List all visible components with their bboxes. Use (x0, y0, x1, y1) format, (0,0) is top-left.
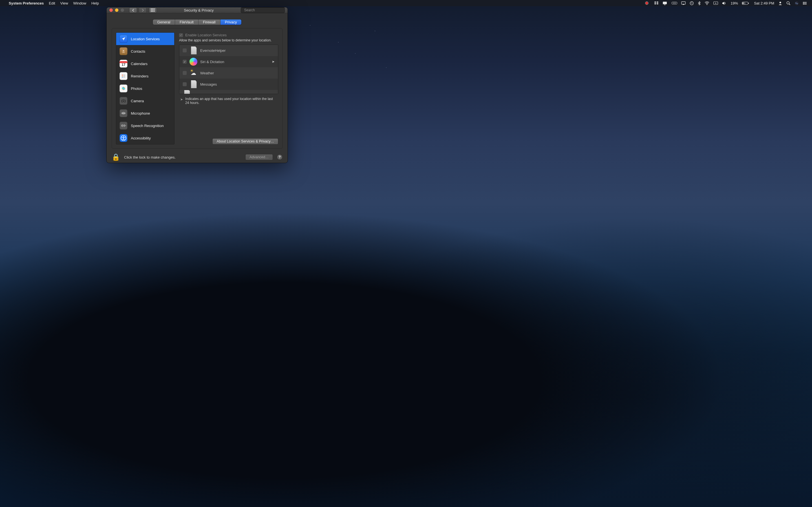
menu-window[interactable]: Window (71, 0, 89, 6)
accessibility-icon (119, 134, 128, 142)
app-name-label: Weather (200, 71, 214, 75)
sidebar-item-accessibility[interactable]: Accessibility (116, 132, 174, 144)
menu-help[interactable]: Help (89, 0, 101, 6)
app-row-weather[interactable]: Weather (179, 67, 278, 78)
status-notification-icon[interactable] (801, 0, 809, 6)
status-volume-icon[interactable] (720, 0, 728, 6)
enable-location-description: Allow the apps and services below to det… (177, 38, 278, 45)
sidebar-item-reminders[interactable]: Reminders (116, 70, 174, 82)
app-row-siri[interactable]: Siri & Dictation ➤ (179, 56, 278, 67)
recent-location-indicator-icon: ➤ (272, 60, 274, 64)
privacy-detail-pane: ✓ Enable Location Services Allow the app… (177, 33, 278, 145)
status-clock[interactable]: Sat 2:49 PM (751, 0, 776, 6)
app-row-partial[interactable] (179, 90, 278, 94)
window-close-button[interactable] (109, 8, 113, 12)
svg-rect-30 (152, 10, 153, 11)
status-spotlight-icon[interactable] (784, 0, 793, 6)
lock-text: Click the lock to make changes. (124, 155, 175, 159)
app-row-messages[interactable]: Messages (179, 78, 278, 90)
tab-general[interactable]: General (153, 19, 175, 25)
status-display-icon[interactable] (661, 0, 670, 6)
svg-rect-42 (123, 76, 125, 76)
tab-firewall[interactable]: Firewall (199, 19, 220, 25)
svg-rect-31 (154, 10, 154, 11)
help-button[interactable]: ? (277, 154, 283, 160)
app-name-label: Siri & Dictation (200, 60, 224, 64)
sidebar-item-label: Microphone (131, 111, 150, 115)
menu-edit[interactable]: Edit (46, 0, 57, 6)
search-field[interactable] (241, 7, 285, 13)
app-name-label: Messages (200, 82, 217, 87)
sidebar-item-label: Camera (131, 99, 144, 103)
status-record-icon[interactable] (643, 0, 652, 6)
sidebar-item-microphone[interactable]: Microphone (116, 107, 174, 119)
menubar: System Preferences Edit View Window Help (0, 0, 812, 6)
document-icon (190, 80, 197, 88)
app-checkbox[interactable] (183, 82, 187, 86)
lock-icon[interactable]: 🔒 (112, 153, 120, 161)
status-user-icon[interactable] (776, 0, 784, 6)
svg-point-24 (803, 3, 804, 4)
tabs-row: General FileVault Firewall Privacy (107, 13, 288, 28)
svg-rect-32 (151, 11, 152, 12)
sidebar-item-location-services[interactable]: Location Services (116, 33, 174, 45)
status-bluetooth-icon[interactable] (696, 0, 703, 6)
tab-filevault[interactable]: FileVault (175, 19, 199, 25)
sidebar-item-contacts[interactable]: Contacts (116, 45, 174, 57)
forward-button[interactable] (139, 7, 147, 13)
back-button[interactable] (129, 7, 137, 13)
location-legend: ➤ Indicates an app that has used your lo… (177, 94, 278, 105)
sidebar-item-camera[interactable]: Camera (116, 95, 174, 107)
app-checkbox[interactable] (183, 48, 187, 52)
apple-menu[interactable] (3, 0, 6, 6)
enable-location-checkbox[interactable]: ✓ (179, 33, 183, 37)
siri-icon (190, 58, 197, 66)
menu-view[interactable]: View (58, 0, 71, 6)
contacts-icon (119, 47, 128, 55)
location-apps-list[interactable]: EvernoteHelper Siri & Dictation ➤ Weathe… (179, 45, 278, 94)
tab-privacy[interactable]: Privacy (220, 19, 242, 25)
enable-location-row: ✓ Enable Location Services (177, 33, 278, 38)
status-airplay-icon[interactable] (679, 0, 688, 6)
app-row-evernotehelper[interactable]: EvernoteHelper (179, 45, 278, 56)
nav-group (129, 7, 157, 13)
tabs: General FileVault Firewall Privacy (153, 19, 241, 25)
photos-icon (119, 84, 128, 93)
document-icon (183, 90, 191, 94)
status-wifi-icon[interactable] (703, 0, 711, 6)
svg-text:A: A (715, 2, 717, 4)
status-dropbox-icon[interactable] (652, 0, 661, 6)
advanced-button[interactable]: Advanced… (245, 154, 273, 160)
svg-point-50 (123, 100, 124, 102)
sidebar-item-label: Speech Recognition (131, 124, 163, 128)
sidebar-item-label: Accessibility (131, 136, 151, 140)
status-keyboard-icon[interactable]: A (711, 0, 720, 6)
window-minimize-button[interactable] (115, 8, 118, 12)
show-all-button[interactable] (149, 7, 157, 13)
svg-rect-29 (151, 10, 152, 11)
status-battery-icon[interactable] (740, 0, 751, 6)
svg-point-43 (122, 76, 123, 77)
svg-point-23 (803, 2, 804, 3)
privacy-sidebar[interactable]: Location Services Contacts 17 Calendars (116, 33, 174, 145)
status-dots-icon[interactable] (670, 0, 679, 6)
app-checkbox[interactable] (183, 60, 187, 64)
document-icon (190, 47, 197, 54)
speech-icon (119, 122, 128, 129)
svg-rect-51 (123, 99, 124, 100)
reminders-icon (119, 72, 128, 80)
sidebar-item-speech-recognition[interactable]: Speech Recognition (116, 119, 174, 132)
app-menu[interactable]: System Preferences (6, 0, 46, 6)
sidebar-item-photos[interactable]: Photos (116, 82, 174, 95)
search-input[interactable] (244, 8, 287, 12)
calendar-icon: 17 (119, 60, 128, 68)
status-siri-icon[interactable] (793, 0, 801, 6)
status-timemachine-icon[interactable] (688, 0, 696, 6)
sidebar-item-label: Contacts (131, 49, 145, 54)
menubar-right: A 19% Sat 2:49 PM (643, 0, 809, 6)
sidebar-item-calendars[interactable]: 17 Calendars (116, 57, 174, 70)
about-location-button[interactable]: About Location Services & Privacy… (212, 138, 278, 145)
app-checkbox[interactable] (183, 71, 187, 75)
window-zoom-button[interactable] (121, 8, 124, 12)
window-footer: 🔒 Click the lock to make changes. Advanc… (107, 152, 288, 163)
